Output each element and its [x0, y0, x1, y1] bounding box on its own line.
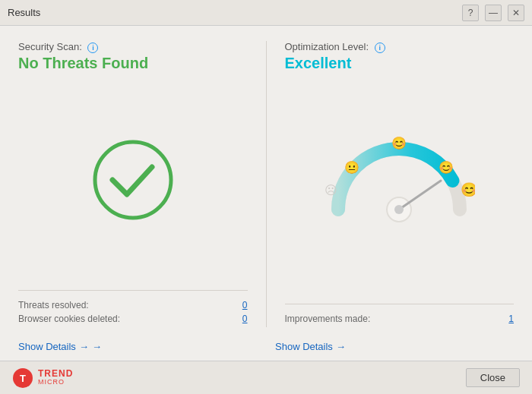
optimization-show-details-arrow: →	[336, 341, 346, 352]
security-scan-status: No Threats Found	[18, 55, 248, 72]
optimization-show-details-label: Show Details	[275, 341, 333, 352]
security-scan-info-icon[interactable]: i	[87, 43, 98, 53]
security-scan-panel: Security Scan: i No Threats Found Threat…	[18, 41, 267, 327]
svg-text:😊: 😊	[439, 160, 454, 175]
title-bar-controls: ? — ✕	[462, 5, 524, 21]
trend-micro-logo-icon: T	[12, 367, 33, 389]
optimization-info-icon[interactable]: i	[375, 43, 385, 53]
threats-resolved-row: Threats resolved: 0	[18, 300, 248, 310]
gauge-container: ☹ 😐 😊 😊 😊	[285, 84, 515, 298]
svg-text:😊: 😊	[461, 181, 475, 198]
security-scan-label: Security Scan: i	[18, 41, 248, 53]
security-stats: Threats resolved: 0 Browser cookies dele…	[18, 290, 248, 327]
title-bar: Results ? — ✕	[0, 0, 532, 26]
help-icon: ?	[468, 8, 473, 18]
optimization-show-details-container: Show Details →	[257, 339, 514, 353]
main-content: Security Scan: i No Threats Found Threat…	[0, 26, 532, 361]
close-window-button[interactable]: ✕	[508, 5, 524, 21]
logo-text: TREND MICRO	[38, 369, 73, 386]
improvements-row: Improvements made: 1	[285, 304, 515, 327]
threats-resolved-label: Threats resolved:	[18, 300, 89, 310]
svg-text:😊: 😊	[391, 136, 407, 150]
minimize-button[interactable]: —	[485, 5, 502, 21]
security-show-details-container: Show Details → →	[18, 339, 257, 353]
browser-cookies-label: Browser cookies deleted:	[18, 314, 120, 324]
close-button[interactable]: Close	[466, 368, 520, 387]
help-button[interactable]: ?	[462, 5, 479, 21]
logo-micro-label: MICRO	[38, 379, 73, 386]
panels: Security Scan: i No Threats Found Threat…	[18, 41, 514, 327]
optimization-status: Excellent	[285, 55, 515, 72]
optimization-panel: Optimization Level: i Excellent	[267, 41, 515, 327]
browser-cookies-value[interactable]: 0	[242, 314, 248, 324]
minimize-icon: —	[489, 8, 498, 18]
checkmark-container	[18, 84, 248, 284]
checkmark-icon	[91, 138, 175, 222]
logo-area: T TREND MICRO	[12, 367, 73, 389]
security-show-details-link[interactable]: Show Details → →	[18, 341, 102, 352]
svg-point-0	[95, 142, 171, 218]
close-window-icon: ✕	[512, 8, 520, 18]
optimization-show-details-link[interactable]: Show Details →	[275, 341, 346, 352]
svg-text:T: T	[20, 373, 26, 384]
security-show-details-arrow: →	[79, 341, 89, 352]
svg-point-3	[394, 205, 404, 214]
optimization-label: Optimization Level: i	[285, 41, 515, 53]
improvements-made-value[interactable]: 1	[508, 314, 514, 324]
improvements-made-label: Improvements made:	[285, 314, 371, 324]
svg-line-2	[399, 181, 441, 210]
security-show-details-label: Show Details	[18, 341, 76, 352]
window-title: Results	[8, 7, 40, 18]
browser-cookies-row: Browser cookies deleted: 0	[18, 314, 248, 324]
bottom-bar: T TREND MICRO Close	[0, 361, 532, 394]
improvements-made-row: Improvements made: 1	[285, 314, 515, 324]
svg-text:☹: ☹	[325, 184, 337, 197]
threats-resolved-value[interactable]: 0	[242, 300, 248, 310]
svg-text:😐: 😐	[344, 160, 359, 175]
panels-footer: Show Details → → Show Details →	[18, 327, 514, 361]
gauge-icon: ☹ 😐 😊 😊 😊	[323, 126, 475, 247]
